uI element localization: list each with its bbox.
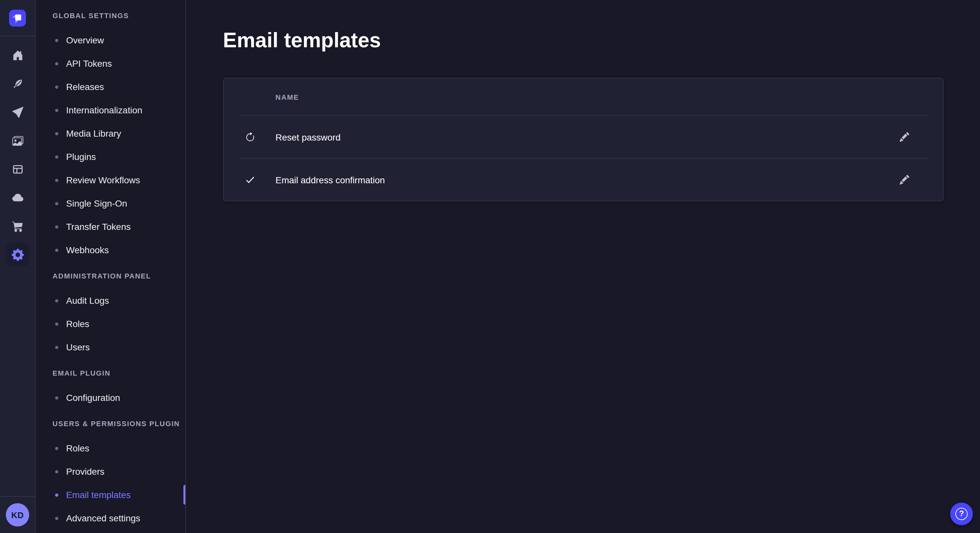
nav-marketplace-button[interactable] [6, 214, 29, 238]
cart-icon [12, 220, 23, 232]
subnav-item-label: Media Library [66, 128, 121, 139]
subnav-item-label: Providers [66, 466, 104, 477]
subnav-item-label: Overview [66, 35, 104, 45]
column-header-name: NAME [275, 93, 299, 101]
subnav-item-releases[interactable]: Releases [36, 75, 185, 98]
subnav-section-title: EMAIL PLUGIN [36, 360, 185, 386]
feather-icon [12, 78, 23, 89]
subnav-item-email-templates[interactable]: Email templates [36, 483, 185, 506]
template-name: Email address confirmation [275, 174, 894, 185]
user-avatar[interactable]: KD [6, 503, 29, 527]
rail-footer: KD [0, 496, 35, 533]
template-name: Reset password [275, 132, 894, 142]
subnav-item-audit-logs[interactable]: Audit Logs [36, 289, 185, 312]
email-templates-table: NAME Reset passwordEmail address confirm… [223, 78, 944, 201]
arrow-clockwise-icon [245, 132, 255, 142]
layout-icon [12, 163, 23, 174]
nav-content-type-builder-button[interactable] [6, 72, 29, 95]
subnav-item-label: Users [66, 342, 90, 352]
check-icon [245, 174, 255, 185]
bullet-icon [55, 108, 58, 112]
subnav-section-title: GLOBAL SETTINGS [36, 3, 185, 29]
subnav-item-label: Transfer Tokens [66, 222, 130, 232]
subnav-item-label: Advanced settings [66, 513, 140, 523]
subnav-item-users[interactable]: Users [36, 335, 185, 359]
subnav-item-overview[interactable]: Overview [36, 29, 185, 52]
table-row[interactable]: Reset password [224, 116, 943, 158]
workspace-button[interactable] [0, 0, 35, 36]
bullet-icon [55, 447, 58, 450]
edit-template-button[interactable] [894, 127, 915, 148]
bullet-icon [55, 470, 58, 473]
bullet-icon [55, 62, 58, 65]
table-header-row: NAME [224, 78, 943, 115]
subnav-item-label: API Tokens [66, 58, 112, 69]
subnav-item-roles[interactable]: Roles [36, 312, 185, 335]
subnav-item-review-workflows[interactable]: Review Workflows [36, 168, 185, 192]
nav-content-manager-button[interactable] [6, 157, 29, 181]
subnav-item-transfer-tokens[interactable]: Transfer Tokens [36, 215, 185, 238]
subnav-item-providers[interactable]: Providers [36, 460, 185, 483]
subnav-item-label: Releases [66, 82, 104, 92]
bullet-icon [55, 202, 58, 205]
subnav-item-media-library[interactable]: Media Library [36, 122, 185, 145]
rail-icon-nav [0, 36, 35, 271]
subnav-item-label: Roles [66, 319, 89, 329]
bullet-icon [55, 248, 58, 252]
nav-settings-button[interactable] [6, 243, 29, 266]
pencil-icon [899, 175, 909, 185]
bullet-icon [55, 517, 58, 520]
bullet-icon [55, 132, 58, 135]
bullet-icon [55, 155, 58, 159]
question-mark-icon: ? [955, 508, 968, 520]
bullet-icon [55, 299, 58, 302]
subnav-item-internationalization[interactable]: Internationalization [36, 98, 185, 122]
subnav-item-label: Review Workflows [66, 175, 140, 185]
subnav-item-label: Internationalization [66, 105, 142, 115]
pictures-icon [12, 135, 23, 146]
pencil-icon [899, 132, 909, 142]
subnav-item-roles[interactable]: Roles [36, 436, 185, 460]
strapi-admin-app: KD GLOBAL SETTINGSOverviewAPI TokensRele… [0, 0, 980, 533]
subnav-item-api-tokens[interactable]: API Tokens [36, 52, 185, 75]
subnav-item-label: Roles [66, 443, 89, 453]
subnav-section-title: USERS & PERMISSIONS PLUGIN [36, 411, 185, 436]
edit-template-button[interactable] [894, 169, 915, 190]
subnav-section-title: ADMINISTRATION PANEL [36, 263, 185, 289]
subnav-item-single-sign-on[interactable]: Single Sign-On [36, 192, 185, 215]
help-button[interactable]: ? [950, 503, 973, 525]
subnav-item-configuration[interactable]: Configuration [36, 386, 185, 409]
settings-subnav: GLOBAL SETTINGSOverviewAPI TokensRelease… [36, 0, 186, 533]
nav-home-button[interactable] [6, 43, 29, 67]
bullet-icon [55, 225, 58, 228]
cloud-icon [12, 192, 23, 203]
nav-deployments-button[interactable] [6, 186, 29, 209]
bullet-icon [55, 346, 58, 349]
subnav-section: USERS & PERMISSIONS PLUGINRolesProviders… [36, 411, 185, 530]
bullet-icon [55, 396, 58, 399]
subnav-item-webhooks[interactable]: Webhooks [36, 238, 185, 262]
main-nav-rail: KD [0, 0, 36, 533]
subnav-item-label: Email templates [66, 490, 130, 500]
bullet-icon [55, 322, 58, 325]
table-row[interactable]: Email address confirmation [224, 159, 943, 201]
subnav-section: GLOBAL SETTINGSOverviewAPI TokensRelease… [36, 3, 185, 262]
bullet-icon [55, 178, 58, 182]
bullet-icon [55, 493, 58, 497]
subnav-item-label: Single Sign-On [66, 198, 127, 209]
home-icon [12, 49, 23, 60]
bullet-icon [55, 85, 58, 89]
nav-releases-button[interactable] [6, 100, 29, 124]
subnav-item-advanced-settings[interactable]: Advanced settings [36, 506, 185, 530]
subnav-item-plugins[interactable]: Plugins [36, 145, 185, 168]
subnav-item-label: Plugins [66, 152, 96, 162]
subnav-item-label: Audit Logs [66, 295, 109, 306]
gear-icon [11, 248, 24, 261]
subnav-section: ADMINISTRATION PANELAudit LogsRolesUsers [36, 263, 185, 359]
subnav-item-label: Configuration [66, 392, 120, 403]
main-content: Email templates NAME Reset passwordEmail… [186, 0, 980, 533]
nav-media-library-button[interactable] [6, 129, 29, 152]
subnav-item-label: Webhooks [66, 245, 109, 255]
paper-plane-icon [12, 106, 23, 117]
bullet-icon [55, 38, 58, 42]
